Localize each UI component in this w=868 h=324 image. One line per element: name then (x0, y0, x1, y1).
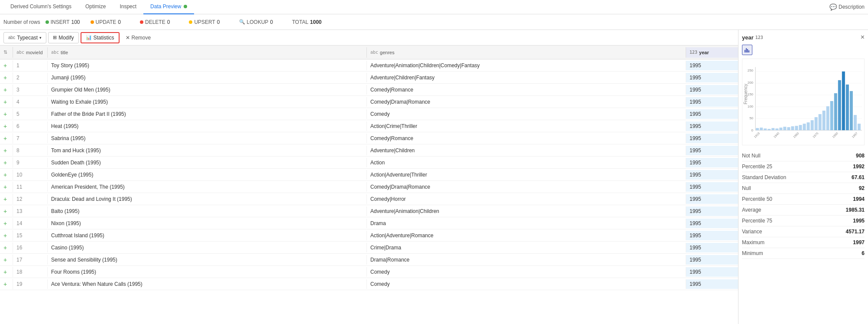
cell-year: 1995 (686, 267, 738, 277)
cell-genres: Comedy (367, 267, 686, 277)
svg-rect-17 (756, 128, 759, 130)
cell-year: 1995 (686, 279, 738, 289)
svg-text:0: 0 (751, 128, 754, 132)
cell-movieid: 19 (13, 279, 48, 289)
stats-row: Null 92 (742, 183, 865, 194)
cell-year: 1995 (686, 109, 738, 119)
cell-genres: Adventure|Animation|Children (367, 206, 686, 216)
cell-year: 1995 (686, 134, 738, 143)
histogram-icon-btn[interactable] (742, 45, 752, 55)
statistics-btn[interactable]: 📊 Statistics (81, 32, 120, 43)
table-row: + 3 Grumpier Old Men (1995) Comedy|Roman… (0, 84, 738, 96)
svg-rect-33 (819, 114, 822, 130)
add-row-btn[interactable]: + (0, 170, 13, 180)
cell-year: 1995 (686, 231, 738, 240)
tab-derived[interactable]: Derived Column's Settings (3, 0, 78, 14)
cell-genres: Comedy|Horror (367, 194, 686, 204)
stats-label: Null (742, 185, 751, 191)
cell-year: 1995 (686, 255, 738, 265)
table-row: + 8 Tom and Huck (1995) Adventure|Childr… (0, 144, 738, 157)
add-row-btn[interactable]: + (0, 230, 13, 241)
col-header-expand: ⇅ (0, 47, 13, 58)
add-row-btn[interactable]: + (0, 145, 13, 156)
tab-datapreview[interactable]: Data Preview (143, 0, 194, 14)
y-axis-label: Frequency (743, 84, 748, 104)
col-header-movieid[interactable]: abc movieId (13, 47, 48, 58)
chart-area: Frequency 0 50 100 150 200 250 (742, 59, 865, 145)
table-row: + 17 Sense and Sensibility (1995) Drama|… (0, 254, 738, 266)
cell-movieid: 17 (13, 255, 48, 265)
stats-row: Variance 4571.17 (742, 226, 865, 237)
add-row-btn[interactable]: + (0, 206, 13, 216)
add-row-btn[interactable]: + (0, 242, 13, 253)
cell-year: 1995 (686, 73, 738, 82)
close-panel-btn[interactable]: × (861, 33, 865, 41)
svg-rect-37 (834, 93, 837, 130)
svg-rect-30 (807, 122, 810, 130)
right-panel: year 123 × Frequency (738, 30, 868, 324)
table-row: + 11 American President, The (1995) Come… (0, 181, 738, 193)
cell-year: 1995 (686, 243, 738, 252)
typecast-btn[interactable]: abc Typecast ▾ (3, 32, 46, 43)
cell-movieid: 7 (13, 134, 48, 143)
table-row: + 10 GoldenEye (1995) Action|Adventure|T… (0, 169, 738, 181)
total-stat: TOTAL 1000 (292, 19, 321, 25)
add-row-btn[interactable]: + (0, 182, 13, 192)
insert-dot (45, 20, 49, 24)
add-row-btn[interactable]: + (0, 85, 13, 95)
cell-movieid: 5 (13, 109, 48, 119)
cell-title: Dracula: Dead and Loving It (1995) (48, 194, 367, 204)
remove-x-icon: ✕ (126, 35, 130, 41)
add-row-btn[interactable]: + (0, 97, 13, 107)
add-row-btn[interactable]: + (0, 121, 13, 131)
add-row-btn[interactable]: + (0, 267, 13, 277)
tab-optimize[interactable]: Optimize (78, 0, 113, 14)
svg-rect-21 (771, 128, 774, 130)
table-row: + 16 Casino (1995) Crime|Drama 1995 (0, 242, 738, 254)
cell-title: Heat (1995) (48, 121, 367, 131)
stats-value: 1992 (853, 164, 865, 170)
add-row-btn[interactable]: + (0, 72, 13, 83)
svg-text:50: 50 (749, 116, 753, 120)
upsert-stat: UPSERT 0 (189, 19, 220, 25)
table-section: abc Typecast ▾ ⊞ Modify 📊 Statistics ✕ R… (0, 30, 738, 324)
lookup-stat: 🔍 LOOKUP 0 (239, 19, 273, 25)
col-header-genres[interactable]: abc genres (367, 47, 686, 58)
cell-year: 1995 (686, 146, 738, 155)
add-row-btn[interactable]: + (0, 133, 13, 144)
add-row-btn[interactable]: + (0, 279, 13, 289)
svg-rect-38 (838, 80, 841, 130)
cell-year: 1995 (686, 85, 738, 95)
stats-label: Maximum (742, 239, 764, 245)
add-row-btn[interactable]: + (0, 255, 13, 265)
col-header-year[interactable]: 123 year (686, 47, 738, 58)
add-row-btn[interactable]: + (0, 218, 13, 229)
add-row-btn[interactable]: + (0, 157, 13, 168)
svg-text:1919: 1919 (753, 131, 760, 138)
chat-icon: 💬 (829, 3, 837, 10)
cell-genres: Action|Adventure|Romance (367, 231, 686, 240)
description-btn[interactable]: 💬 Description (829, 3, 865, 10)
add-row-btn[interactable]: + (0, 109, 13, 119)
modify-btn[interactable]: ⊞ Modify (48, 32, 78, 43)
table-row: + 18 Four Rooms (1995) Comedy 1995 (0, 266, 738, 278)
table-row: + 1 Toy Story (1995) Adventure|Animation… (0, 59, 738, 72)
stats-label: Not Null (742, 153, 761, 159)
svg-rect-26 (791, 126, 794, 130)
tab-inspect[interactable]: Inspect (113, 0, 143, 14)
stats-label: Percentile 50 (742, 196, 772, 202)
col-header-title[interactable]: abc title (48, 47, 367, 58)
cell-title: Casino (1995) (48, 243, 367, 252)
add-row-btn[interactable]: + (0, 60, 13, 71)
remove-btn[interactable]: ✕ Remove (121, 32, 155, 43)
cell-title: Grumpier Old Men (1995) (48, 85, 367, 95)
stats-row: Minimum 6 (742, 248, 865, 259)
add-row-btn[interactable]: + (0, 194, 13, 204)
stats-value: 1997 (853, 239, 865, 245)
svg-rect-36 (830, 101, 833, 130)
svg-rect-32 (815, 117, 818, 130)
stats-value: 67.61 (852, 174, 865, 180)
stats-label: Minimum (742, 250, 763, 256)
update-dot (91, 20, 94, 24)
cell-title: Toy Story (1995) (48, 61, 367, 70)
